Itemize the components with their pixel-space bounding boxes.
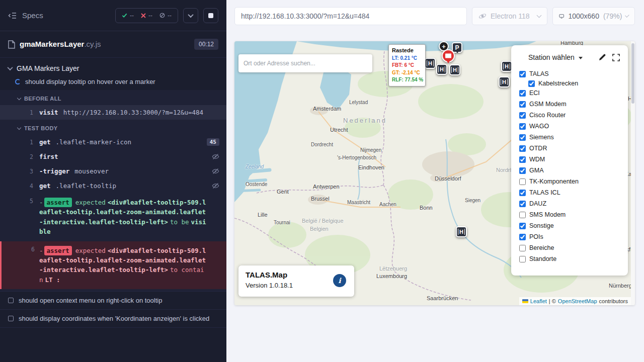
layer-row-talas-icl[interactable]: TALAS ICL bbox=[519, 187, 620, 198]
layer-checkbox[interactable] bbox=[519, 112, 526, 119]
aut-scrollbar[interactable] bbox=[631, 41, 635, 305]
layer-row-dauz[interactable]: DAUZ bbox=[519, 198, 620, 209]
layer-row-talas[interactable]: TALAS bbox=[519, 68, 620, 79]
scrollbar-thumb[interactable] bbox=[631, 43, 634, 104]
layer-row-cisco-router[interactable]: Cisco Router bbox=[519, 110, 620, 121]
map-label: Gent bbox=[277, 189, 289, 195]
assert-row-failed[interactable]: 6 -assertexpected<div#leaflet-tooltip-50… bbox=[0, 241, 226, 290]
layer-checkbox[interactable] bbox=[519, 123, 526, 130]
layer-checkbox[interactable] bbox=[519, 101, 526, 108]
layer-row-tk-komponenten[interactable]: TK-Komponenten bbox=[519, 176, 620, 187]
app-version-box: TALAS.Map Version 1.0.18.1 i bbox=[238, 265, 354, 297]
openstreetmap-link[interactable]: OpenStreetMap bbox=[558, 298, 597, 304]
layer-row-gsm-modem[interactable]: GSM Modem bbox=[519, 99, 620, 110]
layer-row-eci[interactable]: ECI bbox=[519, 87, 620, 99]
test-title: should display tooltip on hover over a m… bbox=[25, 78, 155, 85]
pending-test-row[interactable]: should display coordinates when 'Koordin… bbox=[0, 309, 226, 328]
layer-checkbox[interactable] bbox=[519, 178, 526, 185]
specs-title[interactable]: Specs bbox=[22, 11, 43, 20]
chevron-icon bbox=[17, 96, 21, 100]
device-icon bbox=[445, 54, 451, 58]
tooltip-row: LT: 0.21 °C bbox=[392, 55, 422, 62]
layer-checkbox[interactable] bbox=[519, 90, 526, 97]
assert-row-passed[interactable]: 5 -assertexpected<div#leaflet-tooltip-50… bbox=[0, 193, 226, 241]
layer-checkbox[interactable] bbox=[519, 145, 526, 152]
suite-title: GMA Markers Layer bbox=[17, 64, 79, 72]
layer-checkbox[interactable] bbox=[519, 156, 526, 163]
leaflet-map[interactable]: Fryslân Hamburg Bremen Niedersachsen Han… bbox=[234, 41, 635, 305]
specs-list-icon[interactable] bbox=[8, 12, 17, 20]
viewport-select[interactable]: 1000x660 (79%) bbox=[552, 7, 635, 25]
layer-checkbox[interactable] bbox=[519, 212, 526, 218]
pending-test-row[interactable]: should open context menu on right-click … bbox=[0, 291, 226, 309]
browser-select[interactable]: Electron 118 bbox=[472, 7, 547, 25]
map-label: Düsseldorf bbox=[435, 175, 461, 182]
parking-marker[interactable]: P bbox=[452, 42, 462, 53]
ukraine-flag-icon bbox=[522, 299, 528, 303]
layer-checkbox[interactable] bbox=[519, 71, 526, 77]
panel-title[interactable]: Station wählen bbox=[528, 53, 575, 61]
suite-row[interactable]: GMA Markers Layer bbox=[0, 58, 226, 75]
map-label: Aachen bbox=[379, 202, 396, 207]
command-row-get[interactable]: 1 get .leaflet-marker-icon 45 bbox=[0, 135, 226, 149]
layer-checkbox[interactable] bbox=[519, 201, 526, 207]
layer-row-gma[interactable]: GMA bbox=[519, 165, 620, 176]
map-label: Bonn bbox=[420, 205, 433, 211]
aut-header: Electron 118 1000x660 (79%) bbox=[234, 7, 635, 25]
layer-checkbox[interactable] bbox=[519, 134, 526, 141]
stop-run-button[interactable] bbox=[203, 8, 218, 23]
zoom-level: (79%) bbox=[603, 12, 622, 20]
layer-checkbox[interactable] bbox=[528, 80, 535, 87]
layer-row-wdm[interactable]: WDM bbox=[519, 154, 620, 165]
layer-row-standorte[interactable]: Standorte bbox=[519, 253, 620, 264]
info-icon[interactable]: i bbox=[333, 274, 346, 287]
collapse-all-button[interactable] bbox=[183, 8, 198, 23]
station-marker[interactable]: H bbox=[436, 64, 447, 75]
chevron-down-icon bbox=[188, 12, 193, 17]
station-marker[interactable]: H bbox=[456, 226, 467, 237]
command-row-visit[interactable]: 1 visit http://192.168.10.33:3000/?m=12&… bbox=[0, 105, 226, 120]
map-label: Luxembourg bbox=[376, 273, 407, 279]
stat-failed: -- bbox=[141, 12, 152, 19]
chevron-down-icon[interactable] bbox=[579, 57, 583, 59]
command-row-get-tooltip[interactable]: 4 get .leaflet-tooltip bbox=[0, 178, 226, 193]
leaflet-tooltip[interactable]: Rastede LT: 0.21 °C FBT: 6 °C GT: -2.14 … bbox=[388, 44, 426, 86]
layer-row-otdr[interactable]: OTDR bbox=[519, 143, 620, 154]
layer-row-kabelstrecken[interactable]: Kabelstrecken bbox=[519, 79, 620, 87]
command-row-first[interactable]: 2 first bbox=[0, 149, 226, 164]
layer-row-sonstige[interactable]: Sonstige bbox=[519, 220, 620, 231]
command-row-trigger[interactable]: 3 -trigger mouseover bbox=[0, 164, 226, 178]
alert-station-marker[interactable] bbox=[442, 49, 455, 62]
search-input[interactable] bbox=[244, 60, 367, 67]
active-test-row[interactable]: should display tooltip on hover over a m… bbox=[0, 75, 226, 90]
layer-row-sms-modem[interactable]: SMS Modem bbox=[519, 209, 620, 220]
layer-row-wago[interactable]: WAGO bbox=[519, 121, 620, 132]
map-label: Maastricht bbox=[347, 200, 370, 205]
station-marker[interactable]: H bbox=[499, 76, 510, 87]
stat-passed: -- bbox=[122, 12, 134, 19]
url-bar[interactable] bbox=[234, 7, 467, 25]
layer-checkbox[interactable] bbox=[519, 167, 526, 174]
spec-file-row[interactable]: gmaMarkersLayer.cy.js 00:12 bbox=[0, 31, 226, 58]
tooltip-row: GT: -2.14 °C bbox=[392, 69, 422, 77]
before-all-header[interactable]: BEFORE ALL bbox=[0, 90, 226, 105]
layer-checkbox[interactable] bbox=[519, 234, 526, 240]
map-label: Zeeland bbox=[246, 164, 264, 169]
layer-checkbox[interactable] bbox=[519, 190, 526, 196]
layer-checkbox[interactable] bbox=[519, 223, 526, 229]
edit-pencil-icon[interactable] bbox=[598, 53, 606, 61]
layer-checkbox[interactable] bbox=[519, 245, 526, 251]
station-marker[interactable]: H bbox=[501, 61, 512, 72]
reporter-header: Specs -- -- -- bbox=[0, 0, 226, 31]
leaflet-link[interactable]: Leaflet bbox=[530, 298, 547, 304]
layer-checkbox[interactable] bbox=[519, 256, 526, 262]
test-body-header[interactable]: TEST BODY bbox=[0, 120, 226, 135]
layer-row-pois[interactable]: POIs bbox=[519, 231, 620, 242]
layer-row-siemens[interactable]: Siemens bbox=[519, 132, 620, 143]
fullscreen-icon[interactable] bbox=[612, 54, 620, 61]
station-marker[interactable]: H bbox=[449, 64, 460, 75]
map-label: Eindhoven bbox=[358, 164, 384, 170]
map-label: Nürnberg bbox=[609, 283, 632, 289]
layer-row-bereiche[interactable]: Bereiche bbox=[519, 242, 620, 253]
test-box-icon bbox=[8, 316, 14, 321]
